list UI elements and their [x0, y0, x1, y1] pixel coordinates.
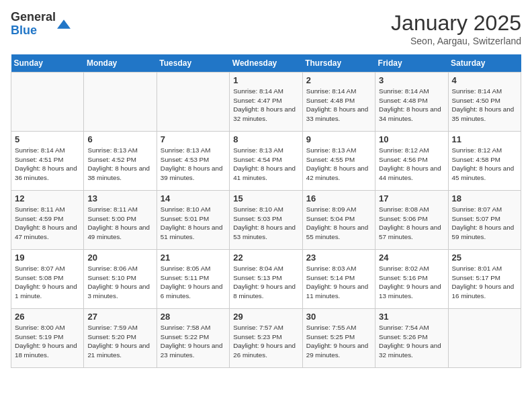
- calendar-day-cell: 25Sunrise: 8:01 AM Sunset: 5:17 PM Dayli…: [448, 250, 521, 309]
- day-info: Sunrise: 8:06 AM Sunset: 5:10 PM Dayligh…: [87, 264, 152, 301]
- calendar-day-cell: 2Sunrise: 8:14 AM Sunset: 4:48 PM Daylig…: [302, 73, 375, 132]
- page-header: General Blue January 2025 Seon, Aargau, …: [11, 11, 521, 46]
- svg-marker-0: [57, 19, 71, 28]
- day-number: 20: [87, 253, 152, 263]
- calendar-day-cell: 12Sunrise: 8:11 AM Sunset: 4:59 PM Dayli…: [11, 191, 84, 250]
- day-number: 15: [233, 193, 298, 203]
- day-info: Sunrise: 8:01 AM Sunset: 5:17 PM Dayligh…: [452, 264, 517, 301]
- day-info: Sunrise: 8:13 AM Sunset: 4:52 PM Dayligh…: [87, 146, 152, 183]
- calendar-day-cell: 4Sunrise: 8:14 AM Sunset: 4:50 PM Daylig…: [448, 73, 521, 132]
- calendar-day-cell: 5Sunrise: 8:14 AM Sunset: 4:51 PM Daylig…: [11, 132, 84, 191]
- day-info: Sunrise: 8:12 AM Sunset: 4:58 PM Dayligh…: [452, 146, 517, 183]
- logo-icon: [57, 17, 71, 31]
- day-info: Sunrise: 8:00 AM Sunset: 5:19 PM Dayligh…: [15, 323, 80, 360]
- day-number: 18: [452, 193, 517, 203]
- calendar-week-row: 19Sunrise: 8:07 AM Sunset: 5:08 PM Dayli…: [11, 250, 521, 309]
- calendar-day-cell: 10Sunrise: 8:12 AM Sunset: 4:56 PM Dayli…: [375, 132, 448, 191]
- day-number: 9: [306, 134, 371, 144]
- calendar-day-cell: 24Sunrise: 8:02 AM Sunset: 5:16 PM Dayli…: [375, 250, 448, 309]
- calendar-table: SundayMondayTuesdayWednesdayThursdayFrid…: [11, 54, 521, 368]
- day-info: Sunrise: 8:11 AM Sunset: 4:59 PM Dayligh…: [15, 205, 80, 242]
- calendar-day-cell: 3Sunrise: 8:14 AM Sunset: 4:48 PM Daylig…: [375, 73, 448, 132]
- day-info: Sunrise: 8:09 AM Sunset: 5:04 PM Dayligh…: [306, 205, 371, 242]
- calendar-day-cell: [11, 73, 84, 132]
- calendar-week-row: 12Sunrise: 8:11 AM Sunset: 4:59 PM Dayli…: [11, 191, 521, 250]
- month-title: January 2025: [391, 11, 521, 36]
- day-number: 22: [233, 253, 298, 263]
- calendar-week-row: 26Sunrise: 8:00 AM Sunset: 5:19 PM Dayli…: [11, 309, 521, 368]
- calendar-day-cell: 7Sunrise: 8:13 AM Sunset: 4:53 PM Daylig…: [157, 132, 229, 191]
- calendar-day-cell: 28Sunrise: 7:58 AM Sunset: 5:22 PM Dayli…: [157, 309, 229, 368]
- day-info: Sunrise: 8:13 AM Sunset: 4:55 PM Dayligh…: [306, 146, 371, 183]
- calendar-day-cell: 15Sunrise: 8:10 AM Sunset: 5:03 PM Dayli…: [230, 191, 302, 250]
- calendar-day-cell: 31Sunrise: 7:54 AM Sunset: 5:26 PM Dayli…: [375, 309, 448, 368]
- day-header: Saturday: [448, 54, 521, 73]
- day-header: Monday: [84, 54, 157, 73]
- day-number: 24: [379, 253, 444, 263]
- logo: General Blue: [11, 11, 71, 38]
- calendar-week-row: 1Sunrise: 8:14 AM Sunset: 4:47 PM Daylig…: [11, 73, 521, 132]
- day-number: 6: [87, 134, 152, 144]
- day-info: Sunrise: 8:05 AM Sunset: 5:11 PM Dayligh…: [161, 264, 226, 301]
- day-number: 8: [233, 134, 298, 144]
- day-number: 7: [161, 134, 226, 144]
- day-number: 16: [306, 193, 371, 203]
- day-info: Sunrise: 8:14 AM Sunset: 4:51 PM Dayligh…: [15, 146, 80, 183]
- day-info: Sunrise: 7:59 AM Sunset: 5:20 PM Dayligh…: [87, 323, 152, 360]
- calendar-day-cell: 13Sunrise: 8:11 AM Sunset: 5:00 PM Dayli…: [84, 191, 157, 250]
- calendar-header-row: SundayMondayTuesdayWednesdayThursdayFrid…: [11, 54, 521, 73]
- calendar-day-cell: [84, 73, 157, 132]
- day-number: 17: [379, 193, 444, 203]
- calendar-day-cell: 29Sunrise: 7:57 AM Sunset: 5:23 PM Dayli…: [230, 309, 302, 368]
- day-number: 28: [161, 312, 226, 322]
- day-number: 31: [379, 312, 444, 322]
- calendar-day-cell: 26Sunrise: 8:00 AM Sunset: 5:19 PM Dayli…: [11, 309, 84, 368]
- day-info: Sunrise: 7:55 AM Sunset: 5:25 PM Dayligh…: [306, 323, 371, 360]
- day-number: 3: [379, 75, 444, 85]
- calendar-day-cell: 11Sunrise: 8:12 AM Sunset: 4:58 PM Dayli…: [448, 132, 521, 191]
- calendar-day-cell: 17Sunrise: 8:08 AM Sunset: 5:06 PM Dayli…: [375, 191, 448, 250]
- day-info: Sunrise: 8:14 AM Sunset: 4:48 PM Dayligh…: [379, 87, 444, 124]
- day-header: Friday: [375, 54, 448, 73]
- day-info: Sunrise: 8:14 AM Sunset: 4:47 PM Dayligh…: [233, 87, 298, 124]
- calendar-day-cell: 30Sunrise: 7:55 AM Sunset: 5:25 PM Dayli…: [302, 309, 375, 368]
- day-number: 27: [87, 312, 152, 322]
- day-number: 5: [15, 134, 80, 144]
- day-info: Sunrise: 7:57 AM Sunset: 5:23 PM Dayligh…: [233, 323, 298, 360]
- day-number: 30: [306, 312, 371, 322]
- day-info: Sunrise: 8:13 AM Sunset: 4:53 PM Dayligh…: [161, 146, 226, 183]
- day-info: Sunrise: 8:12 AM Sunset: 4:56 PM Dayligh…: [379, 146, 444, 183]
- calendar-day-cell: 8Sunrise: 8:13 AM Sunset: 4:54 PM Daylig…: [230, 132, 302, 191]
- logo-blue: Blue: [11, 24, 56, 38]
- day-number: 12: [15, 193, 80, 203]
- day-info: Sunrise: 8:03 AM Sunset: 5:14 PM Dayligh…: [306, 264, 371, 301]
- calendar-day-cell: 21Sunrise: 8:05 AM Sunset: 5:11 PM Dayli…: [157, 250, 229, 309]
- day-number: 1: [233, 75, 298, 85]
- day-number: 19: [15, 253, 80, 263]
- day-info: Sunrise: 8:11 AM Sunset: 5:00 PM Dayligh…: [87, 205, 152, 242]
- calendar-day-cell: 20Sunrise: 8:06 AM Sunset: 5:10 PM Dayli…: [84, 250, 157, 309]
- day-number: 23: [306, 253, 371, 263]
- day-header: Thursday: [302, 54, 375, 73]
- calendar-day-cell: 27Sunrise: 7:59 AM Sunset: 5:20 PM Dayli…: [84, 309, 157, 368]
- calendar-day-cell: 9Sunrise: 8:13 AM Sunset: 4:55 PM Daylig…: [302, 132, 375, 191]
- day-number: 29: [233, 312, 298, 322]
- day-info: Sunrise: 8:13 AM Sunset: 4:54 PM Dayligh…: [233, 146, 298, 183]
- title-block: January 2025 Seon, Aargau, Switzerland: [391, 11, 521, 46]
- calendar-week-row: 5Sunrise: 8:14 AM Sunset: 4:51 PM Daylig…: [11, 132, 521, 191]
- calendar-day-cell: [157, 73, 229, 132]
- day-header: Tuesday: [157, 54, 229, 73]
- day-number: 2: [306, 75, 371, 85]
- logo-general: General: [11, 11, 56, 24]
- day-info: Sunrise: 7:54 AM Sunset: 5:26 PM Dayligh…: [379, 323, 444, 360]
- day-number: 25: [452, 253, 517, 263]
- day-number: 13: [87, 193, 152, 203]
- calendar-day-cell: [448, 309, 521, 368]
- calendar-day-cell: 1Sunrise: 8:14 AM Sunset: 4:47 PM Daylig…: [230, 73, 302, 132]
- day-number: 26: [15, 312, 80, 322]
- calendar-day-cell: 16Sunrise: 8:09 AM Sunset: 5:04 PM Dayli…: [302, 191, 375, 250]
- day-info: Sunrise: 8:10 AM Sunset: 5:03 PM Dayligh…: [233, 205, 298, 242]
- calendar-day-cell: 6Sunrise: 8:13 AM Sunset: 4:52 PM Daylig…: [84, 132, 157, 191]
- day-info: Sunrise: 8:07 AM Sunset: 5:08 PM Dayligh…: [15, 264, 80, 301]
- day-info: Sunrise: 8:04 AM Sunset: 5:13 PM Dayligh…: [233, 264, 298, 301]
